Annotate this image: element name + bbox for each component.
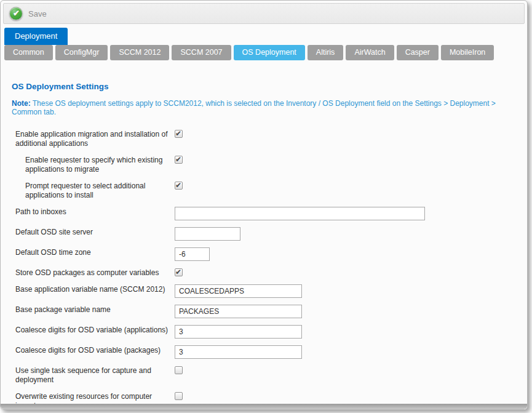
field-control [175, 247, 527, 261]
form-row-path-to-inboxes: Path to inboxes [12, 207, 527, 220]
field-label: Use single task sequence for capture and… [15, 366, 170, 385]
save-button-label: Save [28, 9, 47, 18]
text-input-default-osd-site-server[interactable] [175, 227, 240, 241]
field-label: Default OSD site server [15, 227, 170, 237]
form-row-prompt-requester-to-select-additional-ap: Prompt requester to select additional ap… [12, 181, 527, 200]
toolbar: Save [3, 3, 525, 24]
form-row-default-osd-site-server: Default OSD site server [12, 227, 527, 241]
field-label: Prompt requester to select additional ap… [15, 181, 170, 200]
settings-form: Enable application migration and install… [12, 129, 527, 410]
form-row-coalesce-digits-for-osd-variable-applica: Coalesce digits for OSD variable (applic… [12, 325, 527, 339]
checkbox-prompt-requester-to-select-additional-ap[interactable] [175, 182, 183, 190]
tab-airwatch[interactable]: AirWatch [346, 45, 394, 60]
window-bottom-edge [1, 404, 527, 409]
field-control [175, 129, 527, 138]
field-control [175, 268, 527, 276]
field-label: Coalesce digits for OSD variable (applic… [15, 325, 170, 335]
field-control [175, 227, 527, 241]
field-control [175, 366, 527, 374]
settings-window: Save Deployment CommonConfigMgrSCCM 2012… [0, 0, 528, 410]
field-label: Path to inboxes [15, 207, 170, 217]
text-input-base-package-variable-name[interactable] [175, 305, 302, 318]
text-input-default-osd-time-zone[interactable] [175, 247, 210, 261]
tab-altiris[interactable]: Altiris [308, 45, 344, 60]
form-row-store-osd-packages-as-computer-variables: Store OSD packages as computer variables [12, 268, 527, 278]
field-label: Coalesce digits for OSD variable (packag… [15, 345, 170, 355]
checkbox-enable-requester-to-specify-which-existi[interactable] [175, 156, 183, 164]
tab-deployment[interactable]: Deployment [4, 28, 68, 45]
tab-sccm-2012[interactable]: SCCM 2012 [110, 45, 169, 60]
field-control [175, 325, 527, 339]
form-row-base-application-variable-name-sccm-2012: Base application variable name (SCCM 201… [12, 284, 527, 298]
field-label: Base application variable name (SCCM 201… [15, 284, 170, 294]
form-row-enable-application-migration-and-install: Enable application migration and install… [12, 129, 527, 148]
field-control [175, 207, 527, 220]
tab-os-deployment[interactable]: OS Deployment [234, 45, 305, 60]
form-row-default-osd-time-zone: Default OSD time zone [12, 247, 527, 261]
field-control [175, 284, 527, 298]
field-control [175, 155, 527, 164]
field-label: Enable requester to specify which existi… [15, 155, 170, 174]
page-title: OS Deployment Settings [12, 82, 527, 91]
field-control [175, 181, 527, 190]
content-area: OS Deployment Settings Note: These OS de… [1, 82, 527, 410]
field-label: Enable application migration and install… [15, 129, 170, 148]
save-check-icon [9, 7, 23, 20]
field-label: Store OSD packages as computer variables [15, 268, 170, 278]
field-control [175, 305, 527, 318]
form-row-use-single-task-sequence-for-capture-and: Use single task sequence for capture and… [12, 366, 527, 385]
field-label: Default OSD time zone [15, 247, 170, 257]
tab-mobileiron[interactable]: MobileIron [441, 45, 494, 60]
text-input-path-to-inboxes[interactable] [175, 207, 425, 220]
field-control [175, 345, 527, 359]
text-input-coalesce-digits-for-osd-variable-package[interactable] [175, 345, 302, 359]
checkbox-enable-application-migration-and-install[interactable] [175, 130, 183, 138]
field-label: Base package variable name [15, 305, 170, 315]
field-control [175, 391, 527, 400]
checkbox-use-single-task-sequence-for-capture-and[interactable] [175, 366, 183, 374]
text-input-base-application-variable-name-sccm-2012[interactable] [175, 284, 302, 298]
text-input-coalesce-digits-for-osd-variable-applica[interactable] [175, 325, 302, 339]
save-button[interactable]: Save [9, 7, 47, 20]
note-text: These OS deployment settings apply to SC… [12, 99, 496, 116]
tab-casper[interactable]: Casper [397, 45, 439, 60]
tab-common[interactable]: Common [4, 45, 53, 60]
sub-tabs: CommonConfigMgrSCCM 2012SCCM 2007OS Depl… [4, 45, 527, 60]
note-line: Note: These OS deployment settings apply… [12, 99, 527, 116]
checkbox-store-osd-packages-as-computer-variables[interactable] [175, 268, 183, 276]
note-label: Note: [12, 99, 31, 108]
form-row-base-package-variable-name: Base package variable name [12, 305, 527, 318]
form-row-coalesce-digits-for-osd-variable-package: Coalesce digits for OSD variable (packag… [12, 345, 527, 359]
checkbox-overwrite-existing-resources-for-compute[interactable] [175, 392, 183, 400]
form-row-enable-requester-to-specify-which-existi: Enable requester to specify which existi… [12, 155, 527, 174]
tab-configmgr[interactable]: ConfigMgr [55, 45, 108, 60]
tab-sccm-2007[interactable]: SCCM 2007 [172, 45, 231, 60]
